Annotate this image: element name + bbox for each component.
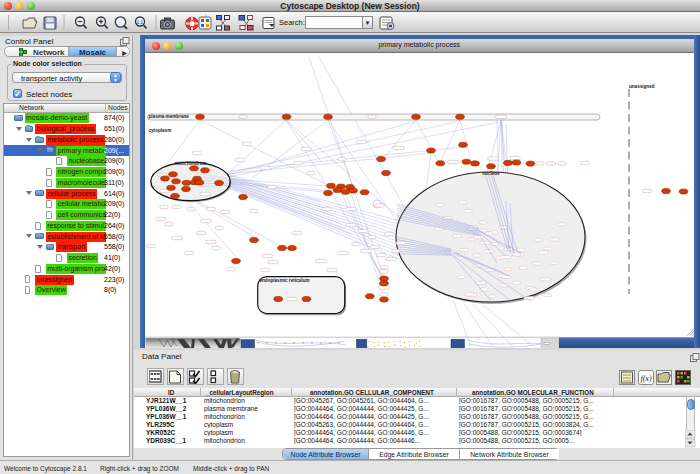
svg-text:plasma membrane: plasma membrane [148, 114, 189, 119]
svg-text:unassigned: unassigned [629, 84, 655, 89]
svg-text:1:1: 1:1 [137, 20, 144, 25]
svg-text:cytoplasm: cytoplasm [148, 128, 171, 133]
svg-text:mitochondrion: mitochondrion [174, 161, 206, 166]
svg-text:f(x): f(x) [640, 374, 651, 383]
svg-text:endoplasmic reticulum: endoplasmic reticulum [259, 278, 309, 283]
